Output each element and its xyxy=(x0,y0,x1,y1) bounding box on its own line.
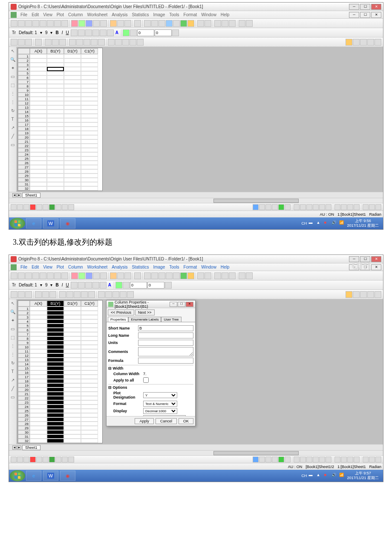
tb-icon-4[interactable] xyxy=(32,272,39,279)
cell[interactable] xyxy=(81,319,98,324)
worksheet-row[interactable]: 2 xyxy=(18,311,102,315)
clock-2[interactable]: 上午 9:57 2017/11/21 星期二 xyxy=(347,471,379,480)
cell[interactable] xyxy=(30,135,47,139)
cell[interactable] xyxy=(81,400,98,405)
horizontal-scrollbar[interactable] xyxy=(9,198,383,203)
row-number[interactable]: 15 xyxy=(18,114,30,118)
worksheet-row[interactable]: 25 xyxy=(18,156,102,161)
cell[interactable] xyxy=(30,375,47,379)
worksheet-row[interactable]: 13 xyxy=(18,358,102,362)
cell[interactable] xyxy=(64,182,81,186)
tb-icon-11[interactable] xyxy=(86,272,92,279)
bt-icon-5[interactable] xyxy=(36,204,42,210)
cell[interactable] xyxy=(30,358,47,362)
cell[interactable] xyxy=(81,430,98,434)
font-color-button[interactable]: A xyxy=(114,30,120,35)
cell[interactable] xyxy=(64,366,81,370)
cell[interactable] xyxy=(30,67,47,71)
tb-icon-8[interactable] xyxy=(61,272,68,279)
tb-icon-12[interactable] xyxy=(93,272,100,279)
g-icon-14[interactable] xyxy=(115,39,122,46)
g-icon-1[interactable] xyxy=(11,39,17,46)
cell[interactable] xyxy=(47,182,64,186)
row-number[interactable]: 22 xyxy=(18,144,30,148)
row-number[interactable]: 24 xyxy=(18,152,30,156)
tb-icon-25[interactable] xyxy=(197,272,204,279)
cell[interactable] xyxy=(81,405,98,409)
menu-worksheet[interactable]: Worksheet xyxy=(85,265,110,269)
tb-icon-7[interactable] xyxy=(54,272,61,279)
row-number[interactable]: 32 xyxy=(18,186,30,191)
row-number[interactable]: 18 xyxy=(18,127,30,131)
col-header-a[interactable]: A(X) xyxy=(30,301,47,306)
cell[interactable] xyxy=(30,139,47,144)
cell[interactable] xyxy=(64,173,81,178)
bt-icon-12[interactable] xyxy=(259,204,265,210)
cell[interactable] xyxy=(64,80,81,84)
row-number[interactable]: 23 xyxy=(18,148,30,152)
cell[interactable] xyxy=(30,400,47,405)
col-header-c[interactable]: C1(Y) xyxy=(81,301,98,306)
tray-icon-4[interactable]: 🔊 xyxy=(331,220,337,226)
worksheet-row[interactable]: 28 xyxy=(18,422,102,426)
worksheet-row[interactable]: 2 xyxy=(18,58,102,63)
cell[interactable] xyxy=(81,383,98,387)
rect-icon[interactable]: ▭ xyxy=(10,142,16,148)
row-number[interactable]: 12 xyxy=(18,353,30,358)
bt-icon-17[interactable] xyxy=(294,204,300,210)
row-number[interactable]: 26 xyxy=(18,413,30,417)
tb-icon-25[interactable] xyxy=(197,20,204,27)
fmt-icon-9[interactable] xyxy=(172,29,179,36)
worksheet-row[interactable]: 9 xyxy=(18,88,102,92)
cell[interactable] xyxy=(30,127,47,131)
cell[interactable] xyxy=(64,336,81,341)
cell[interactable] xyxy=(81,114,98,118)
save-icon[interactable] xyxy=(25,20,32,27)
cell[interactable] xyxy=(30,396,47,400)
worksheet-row[interactable]: 24 xyxy=(18,405,102,409)
cell[interactable] xyxy=(47,349,64,353)
cell[interactable] xyxy=(64,88,81,92)
worksheet-row[interactable]: 31 xyxy=(18,182,102,186)
cell[interactable] xyxy=(64,105,81,110)
cell[interactable] xyxy=(81,341,98,345)
text-icon[interactable]: T xyxy=(10,117,16,123)
cell[interactable] xyxy=(47,80,64,84)
cell[interactable] xyxy=(30,54,47,58)
cell[interactable] xyxy=(81,101,98,105)
menu-tools[interactable]: Tools xyxy=(167,12,181,17)
task-word[interactable]: W xyxy=(43,218,58,228)
tb-icon-26[interactable] xyxy=(205,272,211,279)
bt-icon-15[interactable] xyxy=(278,204,284,210)
cell[interactable] xyxy=(81,139,98,144)
cell[interactable] xyxy=(81,131,98,135)
cell[interactable] xyxy=(30,110,47,114)
menu-statistics[interactable]: Statistics xyxy=(130,12,151,17)
reader-icon[interactable]: ✦ xyxy=(10,318,16,324)
bt-icon-25[interactable] xyxy=(347,204,353,210)
g-icon-3[interactable] xyxy=(25,39,32,46)
cell[interactable] xyxy=(30,161,47,165)
cell[interactable] xyxy=(81,144,98,148)
worksheet-row[interactable]: 23 xyxy=(18,148,102,152)
fmt-icon-6[interactable] xyxy=(107,29,114,36)
cell[interactable] xyxy=(81,165,98,169)
menu-analysis[interactable]: Analysis xyxy=(110,265,130,269)
cell[interactable] xyxy=(81,54,98,58)
region-icon[interactable]: ▭ xyxy=(10,74,16,80)
menu-tools[interactable]: Tools xyxy=(167,265,181,269)
cell[interactable] xyxy=(47,353,64,358)
cell[interactable] xyxy=(47,54,64,58)
tb-icon-10[interactable] xyxy=(78,272,85,279)
cell[interactable] xyxy=(47,332,64,336)
cell[interactable] xyxy=(81,306,98,311)
cell[interactable] xyxy=(30,439,47,443)
cell[interactable] xyxy=(81,349,98,353)
worksheet-row[interactable]: 6 xyxy=(18,75,102,80)
dialog-titlebar[interactable]: Column Properties - [Book1]Sheet1!(B1) ─… xyxy=(107,301,195,308)
worksheet-row[interactable]: 13 xyxy=(18,105,102,110)
row-number[interactable]: 31 xyxy=(18,182,30,186)
next-button[interactable]: Next >> xyxy=(135,309,155,315)
tray-icon-1[interactable]: ▬ xyxy=(308,220,314,226)
minimize-button[interactable]: ─ xyxy=(349,256,359,262)
